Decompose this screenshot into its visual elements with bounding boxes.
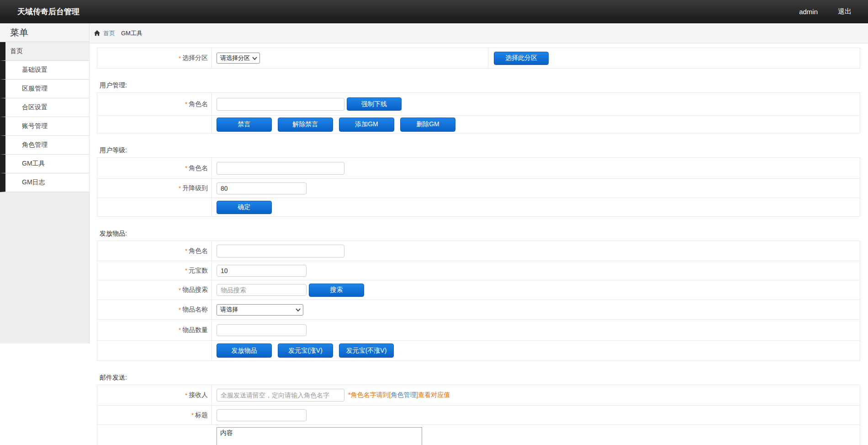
level-label: * 升降级到 bbox=[97, 179, 212, 198]
sidebar-item-basic-settings[interactable]: 基础设置 bbox=[0, 61, 90, 80]
item-count-label: * 物品数量 bbox=[97, 320, 212, 340]
mail-content-textarea[interactable]: 内容 bbox=[217, 427, 422, 445]
item-name-label: * 物品名称 bbox=[97, 300, 212, 319]
delete-gm-button[interactable]: 删除GM bbox=[400, 118, 455, 132]
item-name-select[interactable]: 请选择 bbox=[217, 304, 303, 316]
confirm-button[interactable]: 确定 bbox=[217, 201, 272, 214]
items-grant-rolename-input[interactable] bbox=[217, 245, 344, 257]
sidebar-item-gm-logs[interactable]: GM日志 bbox=[0, 173, 90, 192]
ban-button[interactable]: 禁言 bbox=[217, 118, 272, 132]
required-mark: * bbox=[185, 165, 187, 172]
user-level-table: * 角色名 * 升降级到 确定 bbox=[97, 157, 860, 217]
empty-label-cell bbox=[97, 198, 212, 216]
zone-select[interactable]: 请选择分区 bbox=[217, 53, 260, 64]
rolename-label: * 角色名 bbox=[97, 158, 212, 178]
mail-receiver-input[interactable] bbox=[217, 389, 344, 402]
required-mark: * bbox=[179, 327, 181, 333]
main-area: 首页 GM工具 * 选择分区 请选择分区 选择此分区 bbox=[90, 23, 868, 445]
required-mark: * bbox=[179, 55, 181, 62]
item-select-value: 请选择 bbox=[220, 306, 238, 314]
home-icon bbox=[94, 30, 101, 37]
current-user-link[interactable]: admin bbox=[799, 8, 818, 16]
topbar-right: admin 退出 bbox=[799, 7, 868, 16]
level-value-input[interactable] bbox=[217, 182, 307, 194]
required-mark: * bbox=[185, 267, 187, 274]
zone-select-table: * 选择分区 请选择分区 选择此分区 bbox=[97, 48, 860, 69]
required-mark: * bbox=[185, 101, 187, 107]
sidebar: 菜单 首页 基础设置 区服管理 合区设置 账号管理 角色管理 GM工具 GM日志 bbox=[0, 23, 90, 445]
unban-button[interactable]: 解除禁言 bbox=[278, 118, 333, 132]
zone-select-value: 请选择分区 bbox=[220, 54, 250, 62]
sidebar-filler bbox=[0, 192, 90, 343]
empty-label-cell bbox=[97, 116, 212, 133]
chevron-down-icon bbox=[296, 308, 301, 311]
rolename-label: * 角色名 bbox=[97, 241, 212, 261]
receiver-label: * 接收人 bbox=[97, 385, 212, 405]
user-level-heading: 用户等级: bbox=[100, 146, 861, 154]
chevron-down-icon bbox=[252, 57, 257, 60]
required-mark: * bbox=[179, 287, 181, 294]
sidebar-item-merge-settings[interactable]: 合区设置 bbox=[0, 98, 90, 117]
yuanbao-label: * 元宝数 bbox=[97, 261, 212, 280]
user-level-rolename-input[interactable] bbox=[217, 162, 344, 175]
sidebar-item-account-management[interactable]: 账号管理 bbox=[0, 117, 90, 136]
zone-label: * 选择分区 bbox=[97, 48, 212, 68]
items-grant-table: * 角色名 * 元宝数 * 物品搜索 bbox=[97, 241, 860, 361]
mail-title-label: * 标题 bbox=[97, 406, 212, 424]
user-mgmt-rolename-input[interactable] bbox=[217, 98, 344, 111]
sidebar-menu: 首页 基础设置 区服管理 合区设置 账号管理 角色管理 GM工具 GM日志 bbox=[0, 42, 90, 192]
mail-title-input[interactable] bbox=[217, 409, 307, 421]
breadcrumb-current: GM工具 bbox=[121, 29, 143, 38]
breadcrumb: 首页 GM工具 bbox=[90, 23, 868, 43]
send-yuanbao-novip-button[interactable]: 发元宝(不涨V) bbox=[339, 343, 394, 358]
send-yuanbao-vip-button[interactable]: 发元宝(涨V) bbox=[278, 343, 333, 358]
items-grant-heading: 发放物品: bbox=[100, 230, 861, 237]
app-title: 天域传奇后台管理 bbox=[17, 6, 79, 17]
breadcrumb-home-link[interactable]: 首页 bbox=[103, 29, 115, 38]
receiver-hint: *角色名字请到[角色管理]查看对应值 bbox=[348, 391, 450, 399]
required-mark: * bbox=[179, 306, 181, 313]
topbar: 天域传奇后台管理 admin 退出 bbox=[0, 0, 868, 23]
item-search-input[interactable] bbox=[217, 284, 307, 296]
role-management-link[interactable]: 角色管理 bbox=[391, 391, 416, 398]
sidebar-item-home[interactable]: 首页 bbox=[0, 42, 90, 61]
mail-table: * 接收人 *角色名字请到[角色管理]查看对应值 * 标题 bbox=[97, 385, 860, 445]
add-gm-button[interactable]: 添加GM bbox=[339, 118, 394, 132]
gm-tools-form: * 选择分区 请选择分区 选择此分区 用户管理: * bbox=[90, 48, 868, 445]
force-offline-button[interactable]: 强制下线 bbox=[347, 97, 402, 111]
item-count-input[interactable] bbox=[217, 324, 307, 336]
yuanbao-count-input[interactable] bbox=[217, 265, 307, 277]
user-mgmt-heading: 用户管理: bbox=[100, 81, 861, 89]
sidebar-item-server-management[interactable]: 区服管理 bbox=[0, 80, 90, 98]
choose-zone-button[interactable]: 选择此分区 bbox=[494, 52, 549, 65]
rolename-label: * 角色名 bbox=[97, 93, 212, 115]
item-search-label: * 物品搜索 bbox=[97, 280, 212, 300]
user-mgmt-table: * 角色名 强制下线 禁言 解除禁言 添加GM 删除GM bbox=[97, 92, 860, 134]
grant-items-button[interactable]: 发放物品 bbox=[217, 343, 272, 358]
sidebar-item-gm-tools[interactable]: GM工具 bbox=[0, 155, 90, 173]
sidebar-title: 菜单 bbox=[0, 23, 90, 42]
empty-label-cell bbox=[97, 341, 212, 360]
required-mark: * bbox=[179, 185, 181, 192]
logout-link[interactable]: 退出 bbox=[838, 7, 852, 16]
required-mark: * bbox=[185, 247, 187, 254]
sidebar-item-role-management[interactable]: 角色管理 bbox=[0, 136, 90, 155]
required-mark: * bbox=[185, 392, 187, 399]
mail-heading: 邮件发送: bbox=[100, 374, 861, 381]
search-button[interactable]: 搜索 bbox=[309, 284, 364, 297]
required-mark: * bbox=[191, 412, 194, 418]
